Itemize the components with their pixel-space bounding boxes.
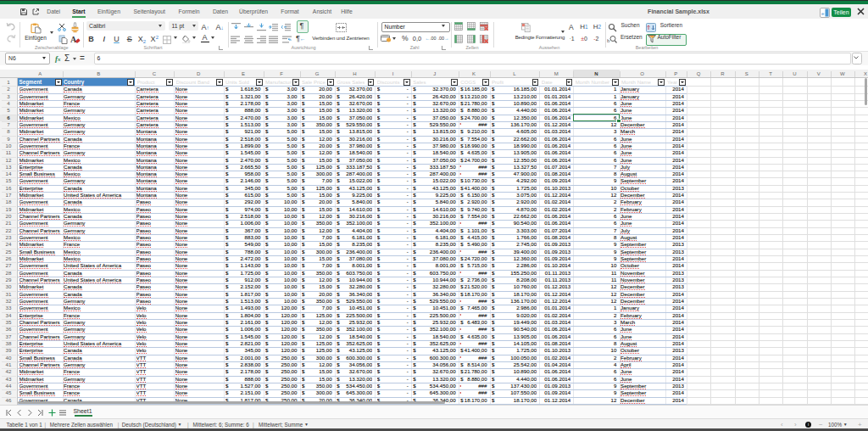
svg-text:A: A bbox=[70, 35, 77, 44]
svg-text:b: b bbox=[607, 38, 610, 43]
